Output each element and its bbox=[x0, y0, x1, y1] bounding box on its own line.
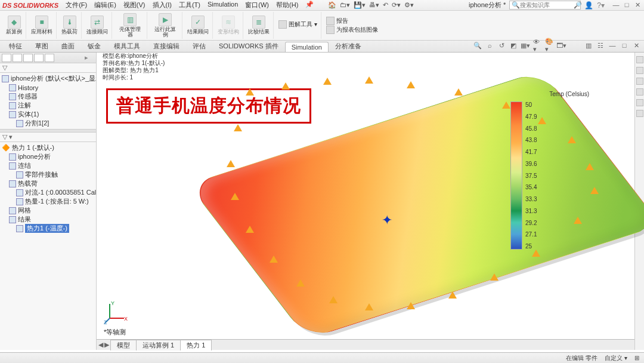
viewport-min-icon[interactable]: — bbox=[608, 41, 617, 50]
viewport-max-icon[interactable]: □ bbox=[620, 41, 628, 50]
sim-study[interactable]: 🔶热力 1 (-默认-) bbox=[2, 143, 94, 152]
qat-undo-icon[interactable]: ↶ bbox=[383, 1, 388, 9]
panel-expand-icon[interactable]: ▸ bbox=[85, 54, 94, 62]
tree-bodies[interactable]: 实体(1) bbox=[2, 110, 94, 119]
qat-new-icon[interactable]: 🏠 bbox=[328, 1, 336, 9]
part-icon bbox=[2, 75, 9, 82]
btab-model[interactable]: 模型 bbox=[110, 340, 137, 350]
help-icon[interactable]: ?▾ bbox=[597, 1, 605, 10]
rb-plot-tools[interactable]: 图解工具 ▾ bbox=[278, 20, 317, 29]
taskpane-appearance-icon[interactable] bbox=[636, 99, 643, 106]
menu-edit[interactable]: 编辑(E) bbox=[92, 0, 119, 10]
rb-shell-mgr[interactable]: ▥壳体管理器 bbox=[117, 13, 143, 38]
tab-mold[interactable]: 模具工具 bbox=[107, 40, 147, 52]
btab-thermal[interactable]: 热力 1 bbox=[180, 340, 212, 350]
tab-features[interactable]: 特征 bbox=[2, 40, 29, 52]
sim-loads[interactable]: 热载荷 bbox=[2, 179, 94, 188]
tab-evaluate[interactable]: 评估 bbox=[186, 40, 212, 52]
rb-run-study[interactable]: ▶运行此算例 bbox=[152, 13, 178, 38]
sim-tree-filter[interactable]: ▽ ▾ bbox=[0, 133, 96, 142]
search-box[interactable]: 🔍 🔎 bbox=[509, 1, 581, 10]
qat-options-icon[interactable]: ⚙▾ bbox=[404, 1, 414, 9]
panel-tab-feature-icon[interactable] bbox=[2, 54, 11, 62]
menu-view[interactable]: 视图(V) bbox=[121, 0, 148, 10]
viewport-close-icon[interactable]: ✕ bbox=[632, 41, 640, 50]
qat-print-icon[interactable]: 🖶▾ bbox=[369, 1, 379, 9]
sim-model[interactable]: iphone分析 bbox=[2, 152, 94, 161]
btab-motion[interactable]: 运动算例 1 bbox=[136, 340, 181, 350]
menu-pin-icon[interactable]: 📌 bbox=[303, 0, 316, 10]
panel-tab-config-icon[interactable] bbox=[23, 54, 33, 62]
minimize-icon[interactable]: — bbox=[612, 1, 620, 9]
panel-tab-display-icon[interactable] bbox=[45, 54, 54, 62]
zoom-area-icon[interactable]: ⌕ bbox=[485, 41, 494, 50]
rb-compare[interactable]: ≣比较结果 bbox=[248, 16, 270, 35]
qat-rebuild-icon[interactable]: ⟳▾ bbox=[392, 1, 401, 9]
tab-surface[interactable]: 曲面 bbox=[55, 40, 81, 52]
status-custom[interactable]: 自定义 ▾ bbox=[605, 354, 627, 362]
status-units-icon[interactable]: ⊞ bbox=[634, 355, 639, 361]
rb-deformed[interactable]: ≋变形结构 bbox=[218, 16, 239, 35]
menu-window[interactable]: 窗口(W) bbox=[243, 0, 271, 10]
panel-tab-dim-icon[interactable] bbox=[34, 54, 44, 62]
taskpane-home-icon[interactable] bbox=[636, 56, 643, 63]
tree-split1[interactable]: 分割1[2] bbox=[2, 119, 94, 128]
sim-mesh[interactable]: 网格 bbox=[2, 206, 94, 215]
rb-results-advisor[interactable]: ✓结果顾问 bbox=[187, 16, 209, 35]
rb-material[interactable]: ■应用材料 bbox=[31, 16, 52, 35]
sim-convection[interactable]: 对流-1 (:0.00035851 Cal/(s.cm^... bbox=[2, 188, 94, 197]
menu-tools[interactable]: 工具(T) bbox=[177, 0, 203, 10]
sim-contact[interactable]: 零部件接触 bbox=[2, 170, 94, 179]
hide-show-icon[interactable]: 👁▾ bbox=[533, 41, 541, 50]
tab-direct[interactable]: 直接编辑 bbox=[147, 40, 186, 52]
panel-tab-property-icon[interactable] bbox=[13, 54, 22, 62]
taskpane-custom-icon[interactable] bbox=[636, 110, 643, 117]
taskpane-view-icon[interactable] bbox=[636, 88, 643, 96]
viewport-link-icon[interactable]: ☷ bbox=[596, 41, 605, 50]
tree-history[interactable]: History bbox=[2, 83, 94, 92]
rb-thermal-load[interactable]: 🌡热载荷 bbox=[61, 16, 78, 35]
viewport-tile-icon[interactable]: ▥ bbox=[584, 41, 593, 50]
search-go-icon[interactable]: 🔎 bbox=[574, 1, 582, 9]
sim-connections[interactable]: 连结 bbox=[2, 161, 94, 170]
sim-heat[interactable]: 热量-1 (:按条目: 5 W:) bbox=[2, 197, 94, 206]
taskpane-search-icon[interactable] bbox=[636, 78, 643, 85]
sim-thermal-plot[interactable]: 热力1 (-温度-) bbox=[2, 224, 94, 233]
tree-root[interactable]: iphone分析 (默认<<默认>_显示状... bbox=[2, 74, 94, 83]
appearance-icon[interactable]: 🎨▾ bbox=[545, 41, 553, 50]
tab-analysis-prep[interactable]: 分析准备 bbox=[329, 40, 368, 52]
tab-simulation[interactable]: Simulation bbox=[285, 42, 329, 52]
qat-open-icon[interactable]: 🗀▾ bbox=[340, 1, 350, 9]
fixture-glyph bbox=[490, 273, 499, 282]
tab-sketch[interactable]: 草图 bbox=[29, 40, 55, 52]
tree-sensors[interactable]: 传感器 bbox=[2, 92, 94, 101]
search-input[interactable] bbox=[520, 2, 574, 8]
zoom-fit-icon[interactable]: 🔍 bbox=[473, 41, 482, 50]
tab-sheetmetal[interactable]: 钣金 bbox=[81, 40, 107, 52]
btab-prev-icon[interactable]: ◀ bbox=[98, 341, 103, 349]
rb-connection[interactable]: ⇄连接顾问 bbox=[86, 16, 108, 35]
qat-save-icon[interactable]: 💾▾ bbox=[354, 1, 366, 9]
menu-sim[interactable]: Simulation bbox=[205, 0, 240, 10]
prev-view-icon[interactable]: ↺ bbox=[497, 41, 506, 50]
scene-icon[interactable]: 🗔▾ bbox=[557, 41, 565, 50]
tree-filter[interactable]: ▽ bbox=[0, 63, 96, 73]
restore-icon[interactable]: □ bbox=[623, 1, 631, 9]
rb-include-image[interactable]: 为报表包括图像 bbox=[326, 26, 378, 35]
sim-results[interactable]: 结果 bbox=[2, 215, 94, 224]
section-icon[interactable]: ◩ bbox=[509, 41, 518, 50]
tab-addins[interactable]: SOLIDWORKS 插件 bbox=[212, 40, 285, 52]
user-icon[interactable]: 👤 bbox=[584, 1, 593, 10]
close-icon[interactable]: ✕ bbox=[633, 1, 642, 9]
taskpane-lib-icon[interactable] bbox=[636, 67, 643, 74]
tree-annotations[interactable]: 注解 bbox=[2, 101, 94, 110]
menu-file[interactable]: 文件(F) bbox=[63, 0, 89, 10]
rb-new-study[interactable]: ◆新算例 bbox=[6, 16, 22, 35]
rb-report[interactable]: 报告 bbox=[326, 17, 348, 26]
btab-next-icon[interactable]: ▶ bbox=[104, 341, 109, 349]
history-icon bbox=[9, 84, 16, 91]
graphics-viewport[interactable]: 模型名称:iphone分析 算例名称:热力 1(-默认-) 图解类型: 热力 热… bbox=[97, 53, 634, 350]
menu-help[interactable]: 帮助(H) bbox=[274, 0, 301, 10]
display-style-icon[interactable]: ▦▾ bbox=[521, 41, 530, 50]
menu-insert[interactable]: 插入(I) bbox=[150, 0, 174, 10]
